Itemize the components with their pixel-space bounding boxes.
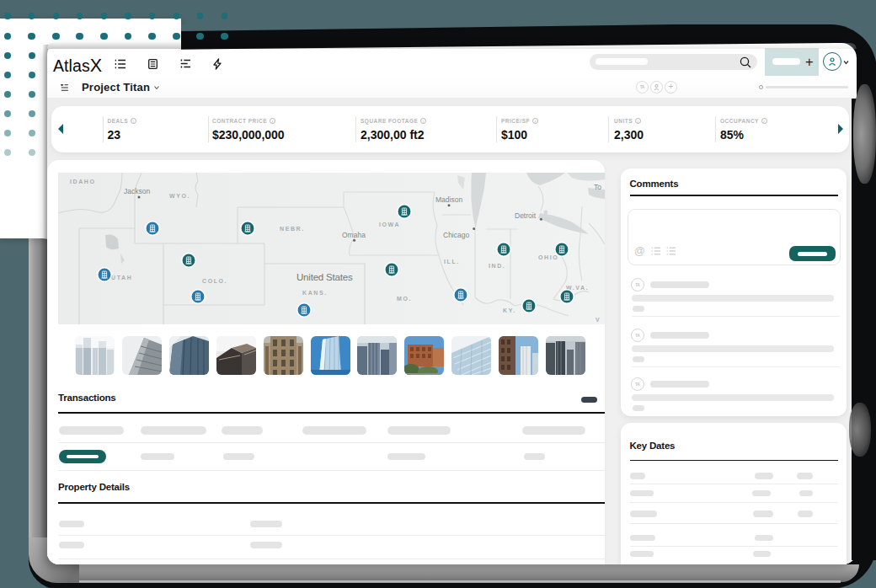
svg-text:Omaha: Omaha [342, 231, 366, 239]
svg-text:Madison: Madison [435, 195, 462, 204]
svg-text:WYO.: WYO. [169, 193, 190, 199]
svg-text:KANS.: KANS. [302, 290, 328, 296]
svg-text:V: V [596, 317, 601, 323]
svg-text:MO.: MO. [397, 296, 412, 302]
svg-text:ILL.: ILL. [444, 259, 460, 265]
svg-text:Jackson: Jackson [124, 187, 150, 195]
svg-text:OHIO: OHIO [538, 254, 558, 260]
svg-text:COLO.: COLO. [202, 278, 227, 284]
svg-text:IND.: IND. [489, 263, 505, 269]
svg-text:Chicago: Chicago [443, 231, 469, 239]
svg-text:NEBR.: NEBR. [280, 226, 305, 232]
svg-text:United States: United States [296, 272, 353, 282]
svg-text:Detroit: Detroit [515, 211, 537, 220]
svg-text:IDAHO: IDAHO [70, 179, 96, 184]
svg-text:UTAH: UTAH [111, 275, 132, 281]
svg-text:To: To [594, 183, 601, 191]
svg-text:IOWA: IOWA [379, 222, 400, 227]
svg-text:KY.: KY. [503, 307, 516, 313]
